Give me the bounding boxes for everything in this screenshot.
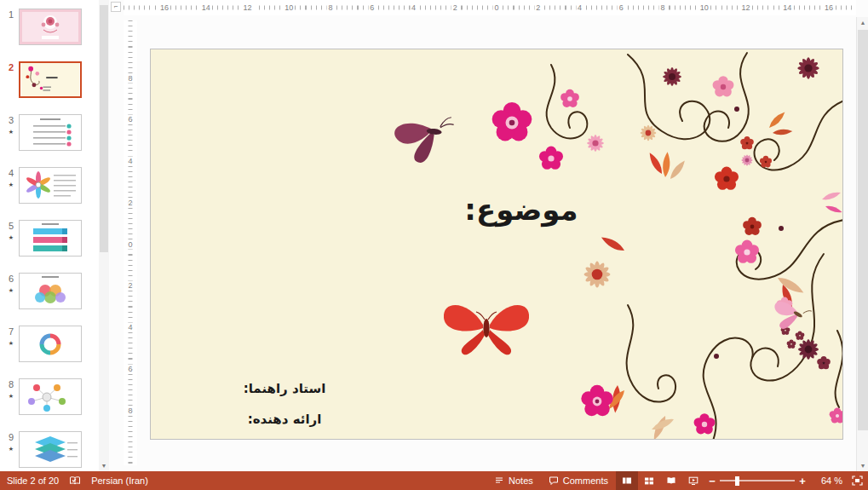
slide-show-button[interactable]: [682, 471, 704, 490]
slide-counter[interactable]: Slide 2 of 20: [7, 476, 59, 486]
animation-star-icon: ★: [3, 129, 19, 135]
thumbnail-preview[interactable]: [19, 61, 82, 98]
thumbnails-scrollbar-thumb[interactable]: [100, 5, 108, 252]
ruler-number: 6: [128, 364, 132, 373]
thumbnail-art-floral-title: [20, 63, 80, 96]
slide-sorter-view-button[interactable]: [638, 471, 660, 490]
thumbnail-number: 2: [3, 62, 19, 72]
tab-stop-selector[interactable]: ⌐: [111, 2, 121, 12]
ruler-number: 8: [128, 406, 132, 415]
normal-view-icon: [622, 476, 632, 486]
scroll-down-arrow-icon[interactable]: ▼: [857, 460, 868, 471]
thumbnail-meta: 7 ★: [3, 326, 19, 346]
language-indicator[interactable]: Persian (Iran): [91, 476, 148, 486]
ruler-number: 6: [128, 115, 132, 124]
thumbnail-meta: 8 ★: [3, 378, 19, 399]
ruler-number: 8: [326, 3, 334, 12]
thumbnail-preview[interactable]: [19, 378, 82, 415]
comments-label: Comments: [563, 476, 608, 486]
ruler-number: 10: [698, 3, 710, 12]
thumbnail-meta: 2: [3, 61, 19, 76]
editor-area: 1614121086420246810121416 ⌐ 864202468: [109, 0, 856, 471]
butterfly-red: [444, 305, 529, 355]
normal-view-button[interactable]: [616, 471, 638, 490]
thumbnail-preview[interactable]: [19, 167, 82, 204]
slide-thumbnail-8[interactable]: 8 ★: [3, 378, 99, 413]
ruler-number: 2: [128, 198, 132, 207]
ruler-number: 8: [128, 73, 132, 83]
powerpoint-window: 1 2: [0, 0, 868, 490]
slide-thumbnail-5[interactable]: 5 ★: [3, 220, 99, 255]
zoom-percentage[interactable]: 64 %: [810, 476, 846, 486]
animation-star-icon: ★: [3, 234, 19, 240]
slide-show-icon: [688, 476, 698, 486]
animation-star-icon: ★: [3, 446, 19, 452]
ruler-number: 0: [128, 239, 132, 249]
slide-thumbnail-1[interactable]: 1: [3, 9, 99, 43]
supervisor-text-placeholder[interactable]: استاد راهنما:: [212, 381, 357, 396]
presenter-text-placeholder[interactable]: ارائه دهنده:: [212, 412, 357, 427]
thumbnail-art-hub: [20, 379, 81, 414]
butterfly-purple: [393, 114, 460, 167]
thumbnail-number: 1: [3, 9, 19, 20]
thumbnail-meta: 3 ★: [3, 114, 19, 135]
thumbnail-art-bars: [20, 221, 81, 256]
slide-thumbnail-9[interactable]: 9 ★: [3, 431, 99, 466]
vertical-scrollbar[interactable]: ▲ ▼: [856, 17, 868, 471]
slide-canvas[interactable]: موضوع: استاد راهنما: ارائه دهنده:: [150, 49, 843, 440]
reading-view-button[interactable]: [660, 471, 682, 490]
slide-thumbnail-7[interactable]: 7 ★: [3, 326, 99, 360]
thumbnail-meta: 4 ★: [3, 167, 19, 187]
spell-check-icon[interactable]: [69, 476, 81, 486]
status-bar: Slide 2 of 20 Persian (Iran) Notes: [0, 471, 868, 490]
ruler-number: 4: [576, 3, 583, 12]
thumbnail-art-pinwheel: [20, 168, 81, 203]
slide-thumbnail-2[interactable]: 2: [3, 61, 99, 96]
thumbnail-preview[interactable]: [19, 273, 82, 309]
ruler-number: 14: [200, 3, 212, 12]
thumbnail-art-bullet-list: [20, 115, 81, 150]
thumbnails-scrollbar[interactable]: ▼: [99, 0, 109, 471]
ruler-number: 2: [128, 281, 132, 291]
zoom-slider-knob[interactable]: [735, 476, 739, 486]
thumbnail-preview[interactable]: [19, 220, 82, 257]
vertical-ruler: 864202468: [124, 20, 137, 465]
thumbnail-preview[interactable]: [19, 326, 82, 362]
thumbnail-number: 6: [3, 274, 19, 284]
notes-icon: [494, 476, 504, 486]
ruler-number: 6: [368, 3, 376, 12]
slide-thumbnail-6[interactable]: 6 ★: [3, 273, 99, 308]
slide-title-placeholder[interactable]: موضوع:: [406, 193, 636, 227]
comments-button[interactable]: Comments: [541, 471, 616, 490]
ruler-number: 4: [128, 323, 132, 332]
ruler-number: 4: [410, 3, 417, 12]
slide-thumbnail-3[interactable]: 3 ★: [3, 114, 99, 149]
zoom-slider[interactable]: [720, 471, 795, 490]
thumbnail-meta: 1: [3, 9, 19, 23]
ruler-number: 16: [823, 3, 835, 12]
thumbnail-meta: 9 ★: [3, 431, 19, 452]
scroll-up-arrow-icon[interactable]: ▲: [857, 17, 868, 28]
slide-thumbnail-4[interactable]: 4 ★: [3, 167, 99, 202]
thumbnail-meta: 5 ★: [3, 220, 19, 240]
thumbnails-scroll-down-arrow-icon[interactable]: ▼: [99, 461, 109, 471]
notes-button[interactable]: Notes: [486, 471, 541, 490]
horizontal-ruler: 1614121086420246810121416: [124, 0, 856, 15]
ruler-number: 14: [781, 3, 793, 12]
thumbnail-number: 3: [3, 115, 19, 125]
ruler-number: 4: [128, 157, 132, 166]
thumbnail-preview[interactable]: [19, 114, 82, 151]
ruler-number: 0: [492, 3, 500, 12]
thumbnail-number: 8: [3, 379, 19, 389]
ruler-number: 6: [618, 3, 625, 12]
vertical-scrollbar-thumb[interactable]: [858, 30, 868, 430]
fit-to-window-icon: [852, 476, 863, 486]
fit-slide-to-window-button[interactable]: [846, 471, 868, 490]
thumbnail-preview[interactable]: [19, 431, 82, 468]
zoom-out-button[interactable]: −: [704, 475, 720, 487]
ruler-number: 16: [158, 3, 170, 12]
notes-label: Notes: [509, 476, 533, 486]
ruler-number: 12: [241, 3, 253, 12]
zoom-in-button[interactable]: +: [795, 475, 810, 487]
thumbnail-preview[interactable]: [19, 9, 82, 45]
